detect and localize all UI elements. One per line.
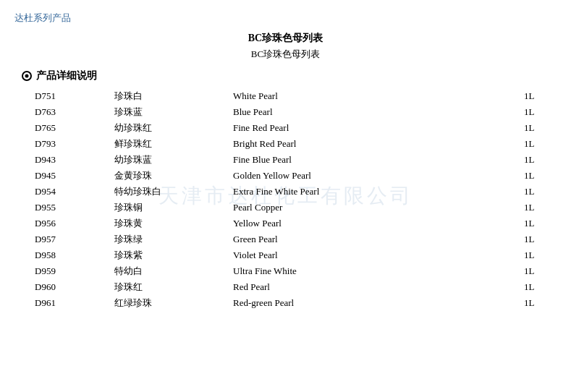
product-unit: 1L [518,279,571,295]
product-code: D961 [29,295,109,311]
product-chinese: 幼珍珠红 [109,120,227,136]
product-table: D751珍珠白White Pearl1LD763珍珠蓝Blue Pearl1LD… [29,88,571,311]
product-english: Extra Fine White Pearl [227,184,518,200]
section-icon [22,71,32,81]
product-unit: 1L [518,184,571,200]
product-unit: 1L [518,120,571,136]
product-code: D956 [29,216,109,231]
product-code: D765 [29,120,109,136]
product-english: Yellow Pearl [227,216,518,231]
product-chinese: 珍珠铜 [109,200,227,216]
table-row: D958珍珠紫Violet Pearl1L [29,247,571,263]
table-row: D763珍珠蓝Blue Pearl1L [29,104,571,120]
product-chinese: 珍珠红 [109,279,227,295]
product-code: D943 [29,152,109,168]
table-row: D959特幼白Ultra Fine White1L [29,263,571,279]
product-chinese: 特幼珍珠白 [109,184,227,200]
product-code: D793 [29,136,109,152]
product-chinese: 幼珍珠蓝 [109,152,227,168]
product-english: Green Pearl [227,231,518,247]
main-title: BC珍珠色母列表 [14,32,557,45]
product-english: Red-green Pearl [227,295,518,311]
product-english: Pearl Copper [227,200,518,216]
product-code: D751 [29,88,109,104]
product-english: Fine Red Pearl [227,120,518,136]
product-chinese: 特幼白 [109,263,227,279]
product-unit: 1L [518,263,571,279]
product-code: D945 [29,168,109,184]
product-chinese: 珍珠黄 [109,216,227,231]
table-row: D765幼珍珠红Fine Red Pearl1L [29,120,571,136]
table-row: D957珍珠绿Green Pearl1L [29,231,571,247]
product-unit: 1L [518,168,571,184]
product-english: Blue Pearl [227,104,518,120]
product-unit: 1L [518,295,571,311]
product-chinese: 珍珠绿 [109,231,227,247]
product-code: D959 [29,263,109,279]
product-chinese: 红绿珍珠 [109,295,227,311]
product-chinese: 金黄珍珠 [109,168,227,184]
product-unit: 1L [518,136,571,152]
product-unit: 1L [518,216,571,231]
title-area: BC珍珠色母列表 BC珍珠色母列表 [14,32,557,61]
table-row: D956珍珠黄Yellow Pearl1L [29,216,571,231]
table-row: D945金黄珍珠Golden Yellow Pearl1L [29,168,571,184]
section-header-label: 产品详细说明 [36,69,97,82]
table-row: D943幼珍珠蓝Fine Blue Pearl1L [29,152,571,168]
product-english: Ultra Fine White [227,263,518,279]
product-code: D763 [29,104,109,120]
product-code: D960 [29,279,109,295]
table-row: D954特幼珍珠白Extra Fine White Pearl1L [29,184,571,200]
product-chinese: 珍珠蓝 [109,104,227,120]
table-row: D960珍珠红Red Pearl1L [29,279,571,295]
product-chinese: 鲜珍珠红 [109,136,227,152]
product-english: Bright Red Pearl [227,136,518,152]
product-unit: 1L [518,152,571,168]
sub-title: BC珍珠色母列表 [14,48,557,61]
product-unit: 1L [518,88,571,104]
table-row: D793鲜珍珠红Bright Red Pearl1L [29,136,571,152]
product-english: White Pearl [227,88,518,104]
product-unit: 1L [518,231,571,247]
table-row: D961红绿珍珠Red-green Pearl1L [29,295,571,311]
product-chinese: 珍珠白 [109,88,227,104]
product-code: D958 [29,247,109,263]
table-row: D955珍珠铜Pearl Copper1L [29,200,571,216]
top-breadcrumb: 达杜系列产品 [14,7,557,32]
section-header: 产品详细说明 [22,69,557,82]
product-code: D954 [29,184,109,200]
product-english: Fine Blue Pearl [227,152,518,168]
product-unit: 1L [518,200,571,216]
product-chinese: 珍珠紫 [109,247,227,263]
table-row: D751珍珠白White Pearl1L [29,88,571,104]
product-unit: 1L [518,104,571,120]
product-unit: 1L [518,247,571,263]
product-code: D955 [29,200,109,216]
product-code: D957 [29,231,109,247]
product-english: Golden Yellow Pearl [227,168,518,184]
product-english: Violet Pearl [227,247,518,263]
product-english: Red Pearl [227,279,518,295]
